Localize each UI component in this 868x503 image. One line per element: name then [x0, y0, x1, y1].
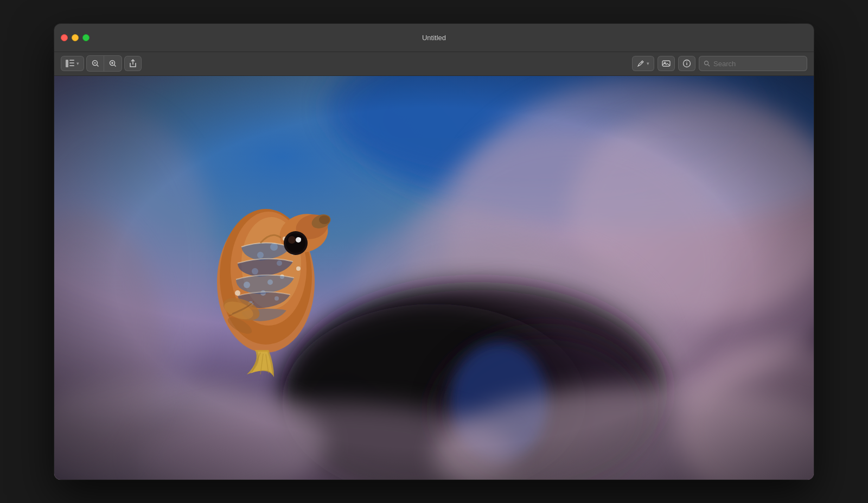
image-canvas	[54, 76, 814, 480]
search-input[interactable]	[713, 60, 802, 68]
zoom-out-button[interactable]	[87, 56, 104, 71]
svg-rect-2	[69, 62, 74, 63]
toolbar-right: ▾	[632, 56, 807, 71]
svg-point-17	[705, 61, 709, 65]
save-to-photos-button[interactable]	[658, 56, 675, 71]
app-window: Untitled ▾	[54, 24, 814, 480]
sidebar-toggle-button[interactable]: ▾	[61, 56, 84, 71]
search-box[interactable]	[699, 56, 807, 71]
pen-icon	[637, 60, 644, 67]
image-viewer	[54, 76, 814, 480]
svg-rect-3	[69, 65, 74, 66]
svg-line-18	[708, 65, 710, 66]
sidebar-icon	[66, 60, 74, 67]
svg-rect-0	[66, 60, 68, 67]
pen-chevron-icon: ▾	[647, 61, 649, 66]
svg-line-6	[97, 65, 98, 67]
toolbar-left: ▾	[61, 55, 630, 72]
titlebar: Untitled	[54, 24, 814, 52]
svg-rect-12	[662, 61, 670, 66]
maximize-button[interactable]	[82, 34, 90, 41]
share-button[interactable]	[124, 56, 142, 71]
info-icon	[682, 59, 691, 68]
svg-rect-67	[54, 76, 814, 480]
share-icon	[129, 59, 137, 68]
photo-scene	[54, 76, 814, 480]
zoom-in-button[interactable]	[104, 56, 122, 71]
svg-line-10	[114, 65, 116, 67]
window-title: Untitled	[422, 34, 446, 42]
markup-tool-button[interactable]: ▾	[632, 56, 654, 71]
svg-point-16	[686, 61, 687, 62]
minimize-button[interactable]	[72, 34, 79, 41]
search-icon	[704, 60, 710, 67]
scene-svg	[54, 76, 814, 480]
chevron-down-icon: ▾	[76, 61, 79, 66]
close-button[interactable]	[61, 34, 68, 41]
zoom-button-group	[86, 55, 122, 72]
zoom-out-icon	[92, 60, 99, 67]
zoom-in-icon	[109, 60, 117, 67]
info-button[interactable]	[678, 56, 695, 71]
svg-line-11	[641, 62, 642, 63]
toolbar: ▾	[54, 52, 814, 76]
save-photos-icon	[662, 59, 671, 68]
svg-rect-1	[69, 60, 74, 61]
traffic-lights	[61, 34, 90, 41]
